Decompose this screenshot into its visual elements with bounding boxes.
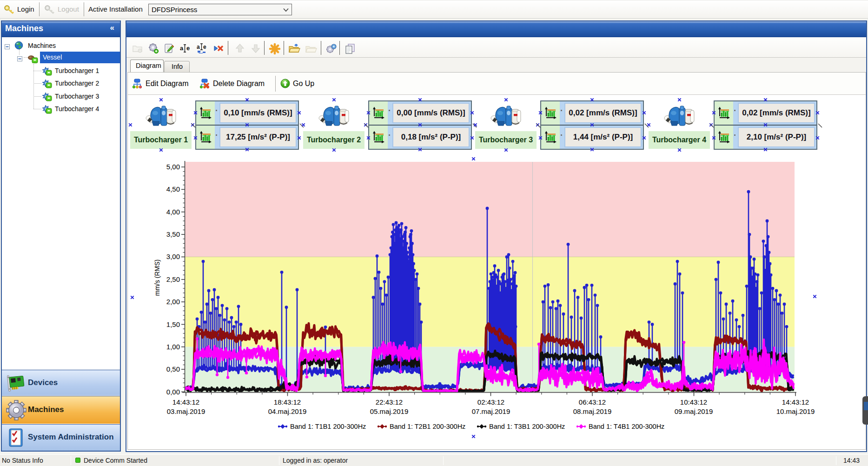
- svg-text:a: a: [180, 45, 184, 52]
- svg-text:mm/s (RMS): mm/s (RMS): [153, 260, 161, 296]
- svg-text:05.maj.2019: 05.maj.2019: [370, 407, 409, 415]
- svg-text:18:43:12: 18:43:12: [274, 398, 301, 406]
- svg-text:3,50: 3,50: [166, 230, 180, 238]
- svg-text:07.maj.2019: 07.maj.2019: [472, 407, 510, 415]
- svg-text:Band 1: T4B1 200-300Hz: Band 1: T4B1 200-300Hz: [589, 423, 664, 430]
- svg-text:22:43:12: 22:43:12: [376, 398, 403, 406]
- svg-text:a: a: [197, 44, 200, 50]
- svg-text:Band 1: T3B1 200-300Hz: Band 1: T3B1 200-300Hz: [489, 423, 565, 430]
- svg-text:04.maj.2019: 04.maj.2019: [268, 407, 307, 415]
- svg-text:14:43:12: 14:43:12: [172, 398, 199, 406]
- svg-text:03.maj.2019: 03.maj.2019: [167, 407, 205, 415]
- svg-text:02:43:12: 02:43:12: [477, 398, 504, 406]
- svg-text:09.maj.2019: 09.maj.2019: [675, 407, 713, 415]
- svg-text:e: e: [186, 45, 190, 52]
- svg-text:Band 1: T2B1 200-300Hz: Band 1: T2B1 200-300Hz: [390, 423, 465, 430]
- svg-text:e: e: [203, 44, 206, 50]
- svg-text:10:43:12: 10:43:12: [680, 398, 707, 406]
- svg-text:4,50: 4,50: [166, 185, 180, 193]
- svg-text:5,00: 5,00: [166, 163, 180, 171]
- svg-text:2,50: 2,50: [166, 275, 180, 283]
- svg-text:3,00: 3,00: [166, 253, 180, 260]
- svg-text:14:43:12: 14:43:12: [782, 398, 809, 406]
- svg-text:06:43:12: 06:43:12: [579, 398, 606, 406]
- svg-text:1,50: 1,50: [166, 320, 180, 328]
- svg-text:10.maj.2019: 10.maj.2019: [776, 407, 815, 415]
- svg-text:0,00: 0,00: [166, 388, 180, 396]
- svg-text:Band 1: T1B1 200-300Hz: Band 1: T1B1 200-300Hz: [290, 423, 366, 430]
- svg-text:2,00: 2,00: [166, 298, 180, 306]
- svg-text:0,50: 0,50: [166, 365, 180, 373]
- svg-text:1,00: 1,00: [166, 343, 180, 351]
- svg-text:4,00: 4,00: [166, 208, 180, 216]
- svg-text:08.maj.2019: 08.maj.2019: [573, 407, 612, 415]
